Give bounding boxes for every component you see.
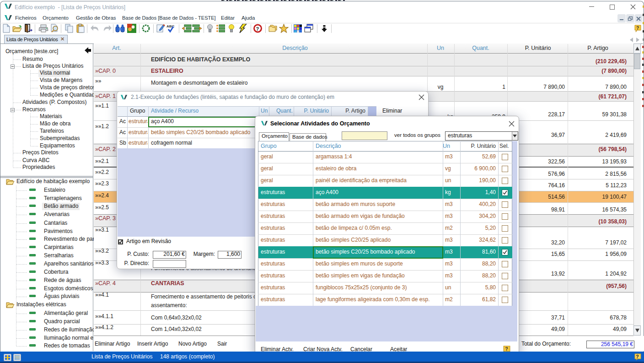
svg-text:?: ?: [256, 26, 259, 32]
svg-text:?: ?: [636, 26, 639, 31]
svg-text:?: ?: [505, 346, 508, 352]
